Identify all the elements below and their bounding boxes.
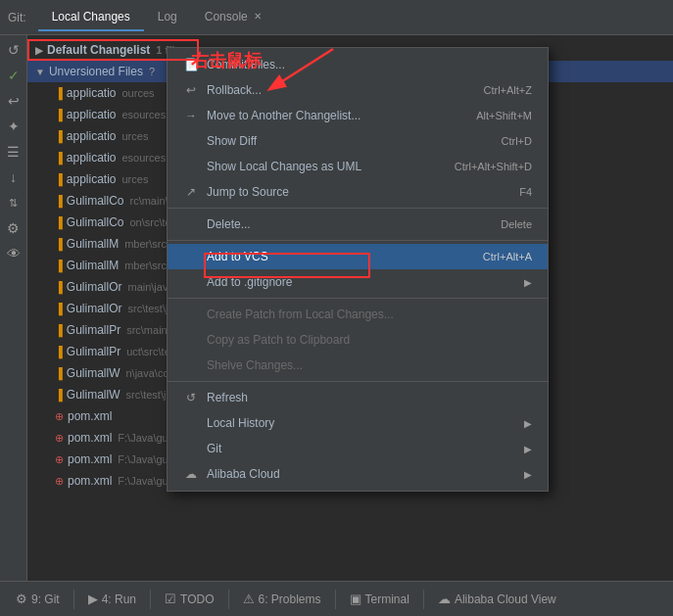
- shortcut: Ctrl+D: [502, 135, 532, 147]
- menu-label: Rollback...: [207, 83, 262, 97]
- separator: [168, 240, 548, 241]
- menu-item-create-patch[interactable]: Create Patch from Local Changes...: [168, 302, 548, 327]
- arrow-icon: ▶: [35, 45, 43, 56]
- file-icon: ▐: [55, 281, 63, 293]
- separator: [168, 298, 548, 299]
- tab-local-changes[interactable]: Local Changes: [38, 4, 144, 31]
- sync-icon[interactable]: ⇅: [3, 192, 24, 213]
- file-name: pom.xml: [68, 431, 112, 445]
- menu-label: Add to .gitignore: [207, 275, 292, 289]
- list-icon[interactable]: ☰: [3, 141, 24, 163]
- file-name: applicatio: [67, 172, 117, 186]
- status-terminal[interactable]: ▣ Terminal: [342, 588, 417, 610]
- file-name: GulimallM: [67, 259, 119, 272]
- arrow-down-icon: ▼: [35, 67, 45, 77]
- menu-label: Show Diff: [207, 134, 257, 148]
- separator: [168, 381, 548, 382]
- menu-label: Local History: [207, 416, 274, 430]
- menu-item-show-diff[interactable]: Show Diff Ctrl+D: [168, 128, 548, 154]
- separator: [423, 590, 424, 609]
- file-name: GulimallM: [67, 237, 119, 251]
- menu-label: Alibaba Cloud: [207, 467, 280, 481]
- refresh-icon[interactable]: ↺: [3, 39, 24, 61]
- separator: [168, 208, 548, 209]
- file-icon: ⊕: [55, 453, 64, 466]
- status-problems[interactable]: ⚠ 6: Problems: [235, 588, 329, 610]
- menu-item-shelve[interactable]: Shelve Changes...: [168, 353, 548, 378]
- cloud-icon: ☁: [183, 467, 199, 481]
- rollback-icon: ↩: [183, 83, 199, 97]
- menu-item-gitignore[interactable]: Add to .gitignore ▶: [168, 269, 548, 295]
- check-icon[interactable]: ✓: [3, 65, 24, 86]
- file-icon: ▐: [55, 238, 63, 250]
- file-name: applicatio: [67, 108, 117, 121]
- file-path: urces: [122, 173, 149, 185]
- alibaba-icon: ☁: [438, 592, 451, 606]
- tab-console[interactable]: Console ✕: [191, 4, 275, 31]
- file-name: GulimallOr: [67, 280, 122, 294]
- menu-item-local-history[interactable]: Local History ▶: [168, 410, 548, 436]
- file-name: pom.xml: [68, 474, 112, 488]
- status-run[interactable]: ▶ 4: Run: [80, 588, 144, 610]
- menu-item-show-uml[interactable]: Show Local Changes as UML Ctrl+Alt+Shift…: [168, 154, 548, 179]
- separator: [73, 590, 74, 609]
- file-icon: ▐: [55, 195, 63, 207]
- close-icon[interactable]: ✕: [254, 11, 262, 22]
- rollback-icon[interactable]: ↩: [3, 90, 24, 112]
- git-status-label: 9: Git: [31, 592, 60, 606]
- tab-bar: Git: Local Changes Log Console ✕: [0, 0, 673, 35]
- menu-item-delete[interactable]: Delete... Delete: [168, 212, 548, 237]
- file-icon: ▐: [55, 130, 63, 142]
- file-path: ources: [122, 87, 155, 99]
- file-icon: ▐: [55, 152, 63, 164]
- todo-icon: ☑: [165, 592, 176, 606]
- file-icon: ▐: [55, 87, 63, 99]
- file-icon: ▐: [55, 303, 63, 314]
- shortcut: Ctrl+Alt+Z: [483, 84, 532, 96]
- status-git[interactable]: ⚙ 9: Git: [8, 588, 68, 610]
- menu-item-add-vcs[interactable]: Add to VCS Ctrl+Alt+A: [168, 244, 548, 269]
- shortcut: Alt+Shift+M: [476, 110, 532, 121]
- download-icon[interactable]: ↓: [3, 166, 24, 188]
- eye-icon[interactable]: 👁: [3, 243, 24, 264]
- menu-item-jump-source[interactable]: ↗ Jump to Source F4: [168, 179, 548, 205]
- file-name: pom.xml: [68, 409, 112, 423]
- status-bar: ⚙ 9: Git ▶ 4: Run ☑ TODO ⚠ 6: Problems ▣…: [0, 581, 673, 616]
- refresh-icon: ↺: [183, 391, 199, 404]
- file-icon: ▐: [55, 109, 63, 120]
- menu-label: Commit Files...: [207, 58, 285, 71]
- file-name: GulimallPr: [67, 345, 120, 358]
- plus-icon[interactable]: ✦: [3, 116, 24, 137]
- git-status-icon: ⚙: [16, 592, 27, 606]
- status-todo[interactable]: ☑ TODO: [157, 588, 221, 610]
- file-name: applicatio: [67, 129, 117, 143]
- menu-item-copy-patch[interactable]: Copy as Patch to Clipboard: [168, 327, 548, 353]
- terminal-label: Terminal: [365, 592, 409, 606]
- menu-label: Add to VCS: [207, 250, 268, 263]
- separator: [335, 590, 336, 609]
- file-name: applicatio: [67, 151, 117, 165]
- shortcut: F4: [519, 186, 532, 198]
- menu-item-move-changelist[interactable]: → Move to Another Changelist... Alt+Shif…: [168, 103, 548, 128]
- menu-item-alibaba[interactable]: ☁ Alibaba Cloud ▶: [168, 461, 548, 487]
- menu-item-commit[interactable]: 📄 Commit Files...: [168, 52, 548, 77]
- menu-label: Delete...: [207, 217, 251, 231]
- move-icon: →: [183, 109, 199, 122]
- todo-label: TODO: [180, 592, 214, 606]
- status-alibaba[interactable]: ☁ Alibaba Cloud View: [430, 588, 564, 610]
- submenu-arrow: ▶: [524, 444, 532, 454]
- file-path: esources: [122, 109, 167, 120]
- menu-item-git[interactable]: Git ▶: [168, 436, 548, 461]
- menu-label: Shelve Changes...: [207, 358, 303, 372]
- terminal-icon: ▣: [350, 592, 361, 606]
- menu-item-rollback[interactable]: ↩ Rollback... Ctrl+Alt+Z: [168, 77, 548, 103]
- changelist-label: Default Changelist: [47, 43, 150, 57]
- tab-log[interactable]: Log: [144, 4, 191, 31]
- menu-item-refresh[interactable]: ↺ Refresh: [168, 385, 548, 410]
- file-name: GulimallPr: [67, 323, 120, 337]
- menu-label: Create Patch from Local Changes...: [207, 308, 394, 321]
- submenu-arrow: ▶: [524, 277, 532, 288]
- git-label: Git:: [8, 11, 26, 24]
- group-icon[interactable]: ⚙: [3, 217, 24, 239]
- shortcut: Delete: [501, 218, 532, 230]
